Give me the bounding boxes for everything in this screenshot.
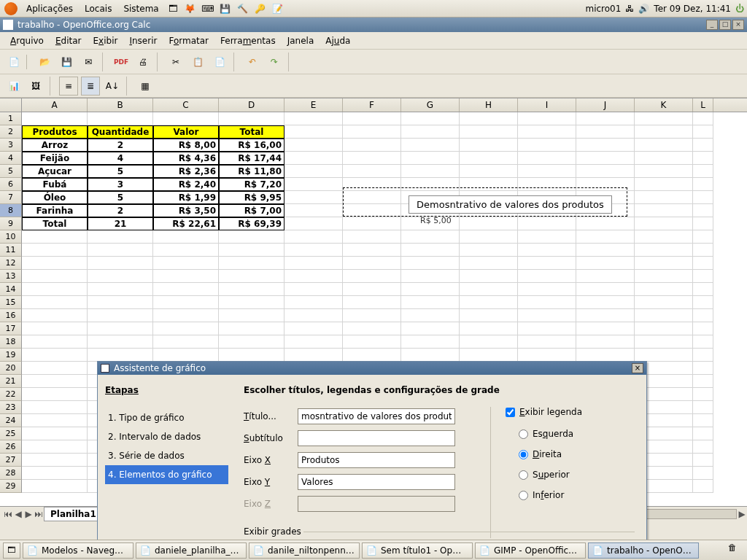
row-header-9[interactable]: 9 bbox=[0, 217, 22, 230]
row-header-25[interactable]: 25 bbox=[0, 427, 22, 440]
cell-B8[interactable]: 2 bbox=[88, 204, 153, 217]
cell-C18[interactable] bbox=[153, 335, 219, 349]
column-header-E[interactable]: E bbox=[285, 98, 343, 112]
cell-H17[interactable] bbox=[460, 322, 518, 335]
wizard-step-1[interactable]: 1. Tipo de gráfico bbox=[105, 408, 228, 427]
cell-G19[interactable] bbox=[401, 349, 460, 362]
cell-A15[interactable] bbox=[22, 296, 88, 309]
undo-icon[interactable]: ↶ bbox=[243, 52, 262, 71]
minimize-button[interactable]: _ bbox=[706, 20, 718, 30]
row-header-22[interactable]: 22 bbox=[0, 388, 22, 401]
row-header-4[interactable]: 4 bbox=[0, 152, 22, 165]
cell-I14[interactable] bbox=[518, 283, 576, 296]
cell-F19[interactable] bbox=[343, 349, 401, 362]
cell-K13[interactable] bbox=[635, 270, 693, 283]
cell-E10[interactable] bbox=[285, 230, 343, 244]
cell-L11[interactable] bbox=[693, 244, 713, 257]
cell-J3[interactable] bbox=[576, 139, 635, 152]
cell-E18[interactable] bbox=[285, 335, 343, 349]
cell-A3[interactable]: Arroz bbox=[22, 139, 88, 152]
row-header-27[interactable]: 27 bbox=[0, 454, 22, 467]
cell-I13[interactable] bbox=[518, 270, 576, 283]
chart-icon[interactable]: 📊 bbox=[4, 77, 23, 96]
cell-D14[interactable] bbox=[219, 283, 285, 296]
save-icon[interactable]: 💾 bbox=[57, 52, 76, 71]
cell-J13[interactable] bbox=[576, 270, 635, 283]
yaxis-input[interactable] bbox=[298, 474, 455, 490]
cell-I18[interactable] bbox=[518, 335, 576, 349]
cell-C1[interactable] bbox=[153, 112, 219, 125]
cell-A18[interactable] bbox=[22, 335, 88, 349]
cell-A2[interactable]: Produtos bbox=[22, 125, 88, 139]
cell-B16[interactable] bbox=[88, 309, 153, 322]
cell-J14[interactable] bbox=[576, 283, 635, 296]
cell-I1[interactable] bbox=[518, 112, 576, 125]
cell-I3[interactable] bbox=[518, 139, 576, 152]
cell-H12[interactable] bbox=[460, 257, 518, 270]
cell-A13[interactable] bbox=[22, 270, 88, 283]
logout-icon[interactable]: ⏻ bbox=[735, 4, 744, 14]
cell-L4[interactable] bbox=[693, 152, 713, 165]
row-header-11[interactable]: 11 bbox=[0, 244, 22, 257]
cell-B12[interactable] bbox=[88, 257, 153, 270]
cell-L12[interactable] bbox=[693, 257, 713, 270]
column-header-F[interactable]: F bbox=[343, 98, 401, 112]
cell-K18[interactable] bbox=[635, 335, 693, 349]
menu-format[interactable]: Formatar bbox=[163, 34, 214, 48]
cell-C14[interactable] bbox=[153, 283, 219, 296]
cell-F10[interactable] bbox=[343, 230, 401, 244]
taskbar-window-0[interactable]: 📄Modelos - Naveg… bbox=[23, 542, 133, 559]
mail-icon[interactable]: ✉ bbox=[79, 52, 98, 71]
cell-I5[interactable] bbox=[518, 165, 576, 178]
row-header-6[interactable]: 6 bbox=[0, 178, 22, 191]
cell-L10[interactable] bbox=[693, 230, 713, 244]
cell-K8[interactable] bbox=[635, 204, 693, 217]
cut-icon[interactable]: ✂ bbox=[166, 52, 185, 71]
align-center-icon[interactable]: ≣ bbox=[81, 77, 100, 96]
cell-C17[interactable] bbox=[153, 322, 219, 335]
trash-icon[interactable]: 🗑 bbox=[728, 542, 744, 559]
menu-insert[interactable]: Inserir bbox=[123, 34, 163, 48]
tab-nav-prev-icon[interactable]: ◀ bbox=[13, 509, 23, 519]
row-header-15[interactable]: 15 bbox=[0, 296, 22, 309]
row-header-26[interactable]: 26 bbox=[0, 440, 22, 454]
wizard-close-button[interactable]: × bbox=[632, 363, 643, 373]
row-header-21[interactable]: 21 bbox=[0, 375, 22, 388]
cell-E13[interactable] bbox=[285, 270, 343, 283]
image-icon[interactable]: 🖼 bbox=[26, 77, 45, 96]
row-header-5[interactable]: 5 bbox=[0, 165, 22, 178]
hscroll-right-icon[interactable]: ▶ bbox=[737, 509, 747, 519]
cell-A5[interactable]: Açucar bbox=[22, 165, 88, 178]
cell-E15[interactable] bbox=[285, 296, 343, 309]
cell-C6[interactable]: R$ 2,40 bbox=[153, 178, 219, 191]
cell-G5[interactable] bbox=[401, 165, 460, 178]
cell-E5[interactable] bbox=[285, 165, 343, 178]
cell-H2[interactable] bbox=[460, 125, 518, 139]
cell-A6[interactable]: Fubá bbox=[22, 178, 88, 191]
cell-B18[interactable] bbox=[88, 335, 153, 349]
cell-D16[interactable] bbox=[219, 309, 285, 322]
cell-C3[interactable]: R$ 8,00 bbox=[153, 139, 219, 152]
cell-A4[interactable]: Feijão bbox=[22, 152, 88, 165]
cell-B4[interactable]: 4 bbox=[88, 152, 153, 165]
cell-F13[interactable] bbox=[343, 270, 401, 283]
cell-J17[interactable] bbox=[576, 322, 635, 335]
cell-B3[interactable]: 2 bbox=[88, 139, 153, 152]
cell-C11[interactable] bbox=[153, 244, 219, 257]
pdf-icon[interactable]: PDF bbox=[112, 52, 131, 71]
cell-F17[interactable] bbox=[343, 322, 401, 335]
cell-C16[interactable] bbox=[153, 309, 219, 322]
copy-icon[interactable]: 📋 bbox=[188, 52, 207, 71]
cell-B6[interactable]: 3 bbox=[88, 178, 153, 191]
cell-A10[interactable] bbox=[22, 230, 88, 244]
cell-G1[interactable] bbox=[401, 112, 460, 125]
maximize-button[interactable]: □ bbox=[719, 20, 731, 30]
cell-B11[interactable] bbox=[88, 244, 153, 257]
cell-C12[interactable] bbox=[153, 257, 219, 270]
cell-H1[interactable] bbox=[460, 112, 518, 125]
cell-K3[interactable] bbox=[635, 139, 693, 152]
row-header-29[interactable]: 29 bbox=[0, 480, 22, 493]
cell-D7[interactable]: R$ 9,95 bbox=[219, 191, 285, 204]
show-desktop-icon[interactable]: 🗔 bbox=[3, 542, 20, 559]
cell-B14[interactable] bbox=[88, 283, 153, 296]
